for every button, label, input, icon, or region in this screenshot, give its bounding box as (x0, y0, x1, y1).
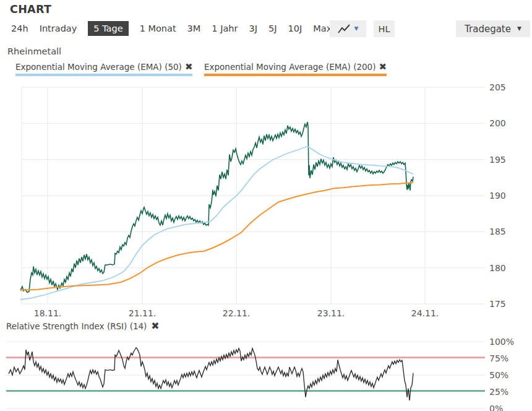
price-y-axis-label: 190 (489, 191, 506, 201)
price-plot-area[interactable] (22, 87, 485, 304)
x-axis-label: 24.11. (411, 308, 439, 318)
price-y-axis-label: 180 (489, 263, 506, 273)
x-axis-label: 18.11. (34, 308, 62, 318)
price-y-axis-label: 195 (489, 155, 506, 165)
price-y-axis-label: 175 (489, 299, 506, 309)
x-axis-label: 21.11. (129, 308, 157, 318)
price-y-axis-label: 185 (489, 227, 506, 236)
rsi-y-axis-label: 100% (489, 337, 514, 347)
rsi-y-axis-label: 75% (489, 353, 508, 363)
chart-widget: CHART 24h Intraday 5 Tage 1 Monat 3M 1 J… (0, 0, 532, 411)
x-axis-label: 23.11. (317, 308, 345, 318)
price-y-axis-label: 205 (489, 82, 506, 92)
price-y-axis-label: 200 (489, 118, 506, 128)
rsi-y-axis-label: 0% (489, 404, 503, 411)
chart-canvas[interactable]: 20520019519018518017518.11.21.11.22.11.2… (0, 0, 532, 411)
rsi-y-axis-label: 25% (489, 387, 508, 397)
x-axis-label: 22.11. (223, 308, 251, 318)
rsi-plot-area[interactable] (6, 342, 485, 409)
rsi-y-axis-label: 50% (489, 370, 508, 380)
